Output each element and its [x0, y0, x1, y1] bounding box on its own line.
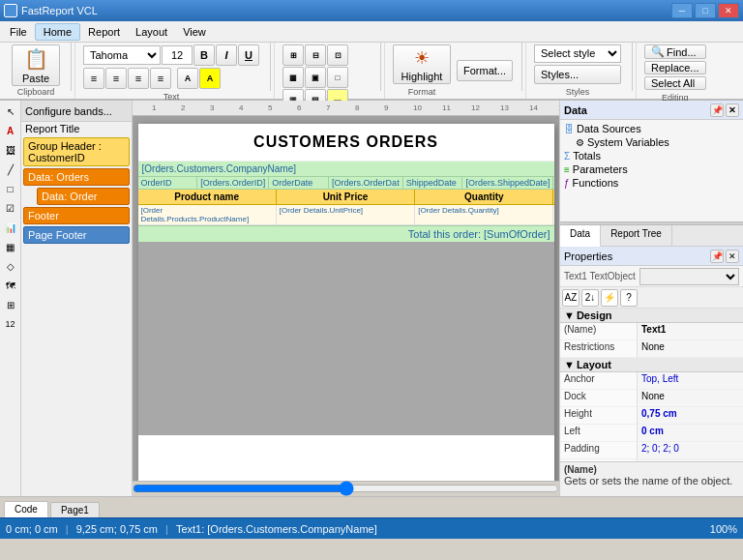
ruler-mark: 8 [355, 103, 384, 112]
band-footer[interactable]: Footer [23, 207, 130, 224]
styles-button[interactable]: Styles... [534, 65, 621, 84]
props-section-layout[interactable]: ▼ Layout [560, 358, 743, 372]
ruler-mark: 15 [558, 103, 559, 112]
app-title: FastReport VCL [21, 5, 98, 16]
props-tab-data[interactable]: Data [560, 225, 601, 247]
menu-file[interactable]: File [2, 24, 35, 40]
gear-icon: ⚙ [576, 137, 584, 148]
h-scroll-input[interactable] [133, 482, 559, 495]
canvas-area[interactable]: 1 2 3 4 5 6 7 8 9 10 11 12 13 14 15 CUST… [133, 101, 559, 496]
tool-picture[interactable]: 🖼 [2, 141, 19, 159]
configure-bands-button[interactable]: Configure bands... [21, 101, 132, 122]
props-pin-button[interactable]: 📌 [710, 250, 724, 263]
align-left-button[interactable]: ≡ [83, 68, 104, 89]
find-button[interactable]: 🔍 Find... [644, 44, 706, 59]
database-icon: 🗄 [564, 124, 574, 134]
tool-shape[interactable]: ◇ [2, 257, 19, 275]
font-size-input[interactable] [162, 45, 193, 65]
props-sort-num-button[interactable]: 2↓ [581, 289, 599, 307]
menu-report[interactable]: Report [80, 24, 128, 40]
tool-map[interactable]: 🗺 [2, 277, 19, 294]
tool-arrow[interactable]: ↖ [2, 103, 19, 120]
data-panel-pin-button[interactable]: 📌 [710, 103, 724, 117]
tree-totals[interactable]: Σ Totals [562, 149, 741, 162]
detail-header-row: Product name Unit Price Quantity [138, 190, 554, 205]
band-report-title[interactable]: Report Title [21, 122, 132, 135]
bold-button[interactable]: B [193, 44, 215, 66]
font-select[interactable]: Tahoma [83, 45, 161, 65]
tool-table[interactable]: ⊞ [2, 296, 19, 313]
data-panel-close-button[interactable]: ✕ [726, 103, 739, 117]
find-icon: 🔍 [651, 45, 665, 58]
tree-parameters[interactable]: ≡ Parameters [562, 162, 741, 176]
paste-button[interactable]: 📋 Paste [12, 44, 60, 86]
tool-12[interactable]: 12 [2, 315, 19, 333]
props-help-button[interactable]: ? [620, 289, 638, 307]
border-btn-4[interactable]: ▦ [282, 67, 304, 88]
ruler-mark: 11 [442, 103, 471, 112]
tool-text[interactable]: A [2, 122, 19, 139]
border-btn-2[interactable]: ⊟ [305, 44, 326, 66]
report-group-header[interactable]: [Orders.Customers.CompanyName] [138, 162, 554, 177]
anchor-value: Top, Left [638, 372, 743, 389]
ruler-mark: 10 [413, 103, 442, 112]
italic-button[interactable]: I [216, 44, 237, 66]
tab-page1[interactable]: Page1 [50, 502, 100, 517]
props-type-select[interactable] [639, 268, 739, 285]
menu-home[interactable]: Home [35, 23, 80, 41]
detail-col-price: Unit Price [277, 190, 415, 204]
props-sort-az-button[interactable]: AZ [562, 289, 580, 307]
props-row-name: (Name) Text1 [560, 323, 743, 340]
band-group-header[interactable]: Group Header : CustomerID [23, 137, 130, 166]
tool-line[interactable]: ╱ [2, 161, 19, 178]
paste-icon: 📋 [24, 47, 48, 71]
horizontal-scrollbar[interactable] [133, 481, 559, 496]
border-btn-6[interactable]: □ [327, 67, 348, 88]
underline-button[interactable]: U [238, 44, 259, 66]
band-page-footer[interactable]: Page Footer [23, 226, 130, 244]
menu-layout[interactable]: Layout [128, 24, 175, 40]
tool-check[interactable]: ☑ [2, 199, 19, 217]
border-btn-1[interactable]: ⊞ [282, 44, 304, 66]
highlight-button[interactable]: ☀ Highlight [393, 44, 451, 84]
tool-chart[interactable]: 📊 [2, 219, 19, 236]
props-close-button[interactable]: ✕ [726, 250, 739, 263]
align-center-button[interactable]: ≡ [105, 68, 127, 89]
left-toolbar: ↖ A 🖼 ╱ □ ☑ 📊 ▦ ◇ 🗺 ⊞ 12 [0, 101, 21, 496]
tool-rect[interactable]: □ [2, 180, 19, 197]
band-data-order[interactable]: Data: Order [37, 188, 130, 205]
detail-col-product: Product name [138, 190, 277, 204]
props-tabs: Data Report Tree [560, 225, 743, 247]
tree-data-sources[interactable]: 🗄 Data Sources [562, 122, 741, 135]
minimize-button[interactable]: ─ [671, 3, 693, 18]
props-tab-report-tree[interactable]: Report Tree [601, 225, 672, 246]
align-justify-button[interactable]: ≡ [150, 68, 171, 89]
tree-system-variables[interactable]: ⚙ System Variables [562, 135, 741, 149]
bottom-tabs: Code Page1 [0, 496, 743, 517]
format-button[interactable]: Format... [457, 60, 513, 81]
tool-barcode[interactable]: ▦ [2, 238, 19, 255]
props-events-button[interactable]: ⚡ [601, 289, 618, 307]
border-btn-5[interactable]: ▣ [305, 67, 326, 88]
border-btn-3[interactable]: ⊡ [327, 44, 348, 66]
props-section-design[interactable]: ▼ Design [560, 309, 743, 323]
detail-data-qty: [Order Details.Quantity] [415, 205, 553, 224]
tree-functions[interactable]: ƒ Functions [562, 176, 741, 190]
ruler-mark: 5 [268, 103, 297, 112]
tab-code[interactable]: Code [4, 501, 48, 517]
ruler-mark: 12 [471, 103, 500, 112]
editing-group: 🔍 Find... Replace... Select All Editing [636, 43, 714, 99]
close-button[interactable]: ✕ [718, 3, 739, 18]
menu-view[interactable]: View [175, 24, 214, 40]
band-data-orders[interactable]: Data: Orders [23, 168, 130, 186]
align-right-button[interactable]: ≡ [128, 68, 149, 89]
bg-color-button[interactable]: A [199, 68, 221, 89]
style-select[interactable]: Select style [534, 44, 621, 63]
report-canvas[interactable]: CUSTOMERS ORDERS [Orders.Customers.Compa… [138, 124, 554, 496]
report-columns-row: OrderID [Orders.OrderID] OrderDate [Orde… [138, 177, 554, 190]
replace-button[interactable]: Replace... [644, 61, 706, 74]
color-button[interactable]: A [177, 68, 198, 89]
select-all-button[interactable]: Select All [644, 76, 706, 90]
configure-bands-label: Configure bands... [25, 105, 112, 117]
maximize-button[interactable]: □ [695, 3, 716, 18]
